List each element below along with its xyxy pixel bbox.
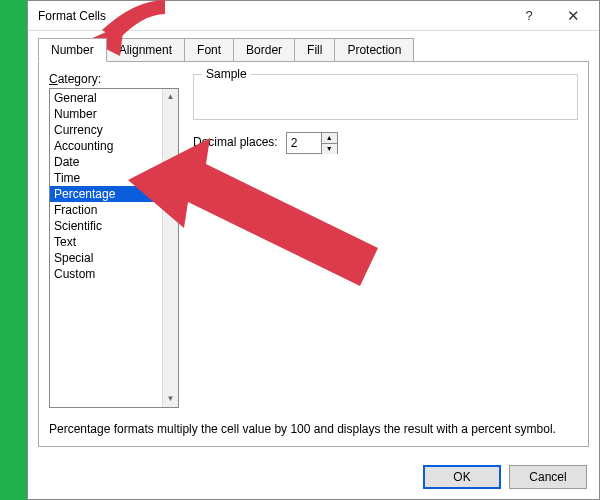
- decimal-places-label: Decimal places:: [193, 135, 278, 149]
- title-bar: Format Cells ? ✕: [28, 1, 599, 31]
- list-item[interactable]: Text: [50, 234, 162, 250]
- dialog-body: Number Alignment Font Border Fill Protec…: [28, 31, 599, 455]
- list-item[interactable]: General: [50, 90, 162, 106]
- list-item[interactable]: Date: [50, 154, 162, 170]
- tab-protection[interactable]: Protection: [334, 38, 414, 62]
- list-item[interactable]: Time: [50, 170, 162, 186]
- scroll-up-icon[interactable]: ▲: [163, 89, 178, 105]
- dialog-footer: OK Cancel: [28, 455, 599, 499]
- list-item[interactable]: Scientific: [50, 218, 162, 234]
- tab-number[interactable]: Number: [38, 38, 107, 62]
- cancel-button[interactable]: Cancel: [509, 465, 587, 489]
- close-button[interactable]: ✕: [551, 2, 595, 30]
- ok-button[interactable]: OK: [423, 465, 501, 489]
- list-item-selected[interactable]: Percentage: [50, 186, 162, 202]
- list-item[interactable]: Accounting: [50, 138, 162, 154]
- list-item[interactable]: Special: [50, 250, 162, 266]
- list-item[interactable]: Custom: [50, 266, 162, 282]
- help-button[interactable]: ?: [507, 2, 551, 30]
- scroll-down-icon[interactable]: ▼: [163, 391, 178, 407]
- sample-group: Sample: [193, 74, 578, 120]
- format-description: Percentage formats multiply the cell val…: [49, 422, 578, 436]
- tab-alignment[interactable]: Alignment: [106, 38, 185, 62]
- list-item[interactable]: Fraction: [50, 202, 162, 218]
- sample-label: Sample: [202, 67, 251, 81]
- decimal-places-input[interactable]: [287, 133, 321, 153]
- spinner-down-icon[interactable]: ▼: [322, 144, 337, 154]
- listbox-scrollbar[interactable]: ▲ ▼: [162, 89, 178, 407]
- tab-strip: Number Alignment Font Border Fill Protec…: [38, 37, 589, 61]
- format-cells-dialog: Format Cells ? ✕ Number Alignment Font B…: [27, 0, 600, 500]
- decimal-places-spinner[interactable]: ▲ ▼: [286, 132, 338, 154]
- window-title: Format Cells: [38, 9, 507, 23]
- tab-fill[interactable]: Fill: [294, 38, 335, 62]
- spinner-up-icon[interactable]: ▲: [322, 133, 337, 144]
- tab-font[interactable]: Font: [184, 38, 234, 62]
- list-item[interactable]: Number: [50, 106, 162, 122]
- tab-pane-number: Category: General Number Currency Accoun…: [38, 61, 589, 447]
- category-listbox[interactable]: General Number Currency Accounting Date …: [49, 88, 179, 408]
- list-item[interactable]: Currency: [50, 122, 162, 138]
- tab-border[interactable]: Border: [233, 38, 295, 62]
- category-label: Category:: [49, 72, 179, 86]
